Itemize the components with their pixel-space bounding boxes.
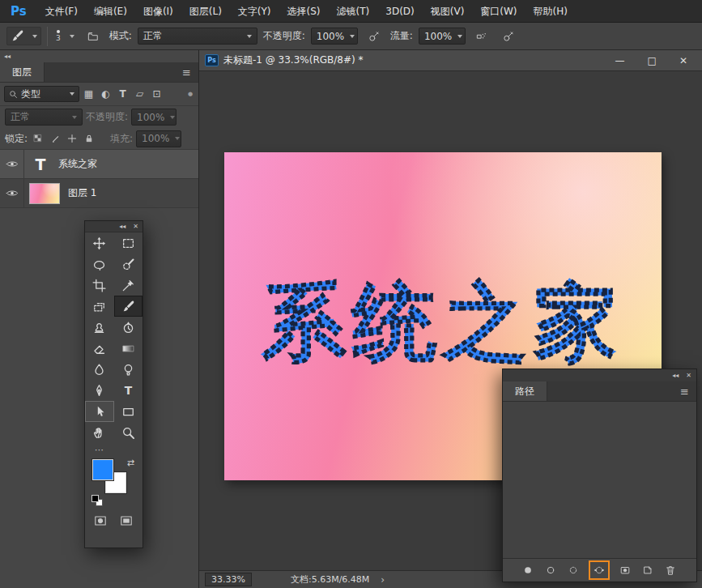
close-button[interactable]: ✕ — [670, 55, 696, 66]
layer-name[interactable]: 图层 1 — [66, 186, 96, 200]
airbrush-button[interactable] — [471, 27, 492, 46]
fill-select[interactable]: 100% — [136, 130, 181, 147]
tool-blur[interactable] — [85, 359, 114, 380]
menu-edit[interactable]: 编辑(E) — [86, 0, 135, 23]
lock-label: 锁定: — [5, 132, 28, 146]
panel-menu-icon[interactable]: ≡ — [673, 381, 696, 401]
menu-help[interactable]: 帮助(H) — [525, 0, 576, 23]
pressure-opacity-button[interactable] — [364, 27, 385, 46]
lock-image-pixels-button[interactable] — [48, 134, 62, 143]
pixel-layer-filter-icon[interactable]: ▦ — [81, 88, 96, 100]
tab-paths[interactable]: 路径 — [503, 381, 547, 401]
swap-colors-icon[interactable]: ⇄ — [127, 458, 134, 468]
tool-lasso[interactable] — [85, 254, 114, 275]
mask-icon — [619, 565, 631, 576]
tool-gradient[interactable] — [114, 338, 143, 359]
default-colors-icon[interactable] — [91, 495, 99, 502]
menu-file[interactable]: 文件(F) — [37, 0, 86, 23]
menu-3d[interactable]: 3D(D) — [377, 0, 422, 23]
lock-all-button[interactable] — [82, 134, 96, 143]
pressure-size-button[interactable] — [498, 27, 519, 46]
new-item-icon — [642, 565, 653, 576]
menu-layer[interactable]: 图层(L) — [181, 0, 230, 23]
menu-window[interactable]: 窗口(W) — [472, 0, 525, 23]
tool-preset-picker[interactable] — [6, 27, 41, 45]
tool-crop[interactable] — [85, 275, 114, 296]
chevron-down-icon — [70, 35, 74, 38]
lock-position-button[interactable] — [65, 134, 79, 143]
tool-dodge[interactable] — [114, 359, 143, 380]
pen-pressure-icon — [503, 31, 514, 42]
maximize-button[interactable]: □ — [639, 55, 666, 66]
tool-clone-stamp[interactable] — [85, 317, 114, 338]
edit-toolbar-button[interactable]: ⋯ — [85, 443, 143, 456]
layer-opacity-select[interactable]: 100% — [131, 109, 177, 126]
tool-path-select[interactable] — [85, 401, 114, 422]
tool-zoom[interactable] — [114, 422, 143, 443]
delete-path-button[interactable] — [663, 563, 678, 577]
screen-mode-button[interactable] — [119, 514, 134, 530]
menu-type[interactable]: 文字(Y) — [230, 0, 279, 23]
tool-move[interactable] — [85, 232, 114, 254]
panel-menu-icon[interactable]: ≡ — [175, 62, 198, 82]
quick-mask-button[interactable] — [93, 514, 108, 530]
tool-history-brush[interactable] — [114, 317, 143, 338]
menu-view[interactable]: 视图(V) — [423, 0, 473, 23]
status-options-chevron[interactable]: › — [381, 574, 385, 586]
shape-layer-filter-icon[interactable]: ▱ — [132, 88, 147, 100]
close-panel-button[interactable]: ✕ — [133, 223, 138, 230]
work-path-highlight — [589, 560, 610, 580]
minimize-button[interactable]: — — [606, 55, 634, 66]
tool-quick-select[interactable] — [114, 254, 143, 275]
new-path-button[interactable] — [640, 563, 655, 577]
fill-path-button[interactable] — [521, 563, 535, 577]
tool-shape-rect[interactable] — [114, 401, 143, 422]
layer-row-text[interactable]: T 系统之家 — [0, 150, 198, 179]
stroke-path-button[interactable] — [543, 563, 558, 577]
make-work-path-button[interactable] — [592, 563, 606, 577]
foreground-swatch[interactable] — [92, 459, 113, 480]
paths-list-empty[interactable] — [503, 402, 696, 558]
pen-pressure-icon — [368, 31, 380, 42]
lock-transparent-pixels-button[interactable] — [31, 134, 45, 143]
toggle-brush-panel-button[interactable] — [83, 27, 104, 46]
brush-preset-picker[interactable]: 3 — [53, 30, 77, 42]
smart-object-filter-icon[interactable]: ⊡ — [149, 88, 164, 100]
type-layer-filter-icon[interactable]: T — [115, 88, 130, 100]
visibility-toggle[interactable] — [0, 179, 24, 207]
tool-hand[interactable] — [85, 422, 114, 443]
adjustment-layer-filter-icon[interactable]: ◐ — [98, 88, 113, 100]
blend-mode-select[interactable]: 正常 — [138, 28, 257, 45]
menu-image[interactable]: 图像(I) — [135, 0, 181, 23]
tool-rect-marquee[interactable] — [114, 232, 143, 254]
tool-type[interactable]: T — [114, 380, 143, 401]
add-mask-button[interactable] — [618, 563, 632, 577]
tool-eyedropper[interactable] — [114, 275, 143, 296]
opacity-select[interactable]: 100% — [311, 28, 358, 45]
collapse-dock-button[interactable]: ◂◂ — [4, 53, 11, 60]
tab-layers[interactable]: 图层 — [0, 62, 45, 82]
text-layer-thumbnail[interactable]: T — [24, 156, 57, 173]
tools-panel: ◂◂ ✕ T ⋯ ⇄ — [84, 220, 143, 548]
load-path-as-selection-button[interactable] — [566, 563, 581, 577]
close-panel-button[interactable]: ✕ — [686, 372, 691, 379]
layer-thumbnail[interactable] — [29, 183, 60, 204]
tool-brush[interactable] — [114, 296, 143, 317]
menu-filter[interactable]: 滤镜(T) — [329, 0, 378, 23]
tool-healing-patch[interactable] — [85, 296, 114, 317]
tool-eraser[interactable] — [85, 338, 114, 359]
collapse-panel-button[interactable]: ◂◂ — [119, 223, 126, 230]
visibility-toggle[interactable] — [0, 150, 24, 178]
flow-select[interactable]: 100% — [419, 28, 466, 45]
hand-icon — [92, 426, 106, 440]
layer-blend-mode-select[interactable]: 正常 — [5, 109, 83, 126]
document-size-info: 文档:5.63M/6.48M — [291, 573, 369, 586]
layer-name[interactable]: 系统之家 — [57, 157, 97, 171]
tool-pen[interactable] — [85, 380, 114, 401]
layer-row-image[interactable]: 图层 1 — [0, 179, 198, 208]
collapse-panel-button[interactable]: ◂◂ — [672, 372, 679, 379]
zoom-level-field[interactable]: 33.33% — [205, 573, 252, 586]
menu-select[interactable]: 选择(S) — [279, 0, 329, 23]
filter-toggle-icon[interactable]: ● — [188, 91, 194, 97]
layer-filter-select[interactable]: 类型 — [4, 86, 79, 102]
